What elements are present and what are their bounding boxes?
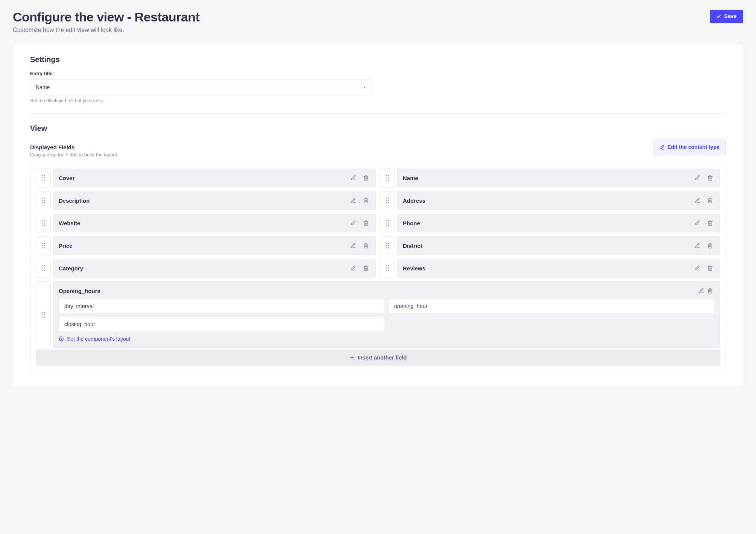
field-row: Category (36, 259, 376, 278)
svg-point-27 (44, 223, 45, 224)
svg-point-37 (44, 243, 45, 244)
page-subtitle: Customize how the edit view will look li… (13, 27, 199, 33)
svg-point-11 (388, 180, 389, 181)
field-label: Phone (403, 220, 689, 226)
check-icon (717, 14, 721, 19)
entry-title-label: Entry title (30, 71, 726, 76)
edit-field-button[interactable] (349, 241, 358, 250)
field-label: Reviews (403, 265, 689, 272)
drag-handle[interactable] (36, 168, 51, 187)
delete-field-button[interactable] (706, 218, 715, 228)
drag-handle[interactable] (36, 214, 51, 232)
svg-point-21 (388, 200, 389, 201)
edit-field-button[interactable] (693, 173, 702, 182)
drag-handle[interactable] (380, 191, 395, 210)
save-button[interactable]: Save (710, 10, 743, 23)
svg-point-19 (388, 198, 389, 199)
edit-field-button[interactable] (349, 173, 358, 182)
delete-field-button[interactable] (361, 173, 370, 182)
delete-field-button[interactable] (706, 173, 715, 182)
svg-point-24 (42, 220, 43, 221)
svg-point-31 (388, 220, 389, 221)
field-label: District (403, 243, 689, 249)
delete-field-button[interactable] (361, 196, 370, 205)
subfield[interactable]: closing_hour (59, 317, 385, 331)
save-button-label: Save (724, 13, 736, 20)
drag-handle[interactable] (380, 236, 395, 255)
drag-handle[interactable] (380, 214, 395, 232)
delete-field-button[interactable] (706, 286, 715, 295)
svg-point-14 (42, 200, 43, 201)
field-cell: Price (53, 236, 376, 255)
svg-point-50 (42, 268, 43, 269)
svg-point-39 (44, 245, 45, 246)
drag-handle[interactable] (380, 168, 395, 187)
field-label: Website (59, 220, 345, 226)
view-heading: View (30, 124, 726, 133)
subfield[interactable]: opening_hour (389, 299, 715, 313)
field-label: Price (59, 243, 345, 249)
field-row: Name (380, 168, 720, 187)
svg-point-26 (42, 223, 43, 224)
entry-title-select[interactable]: Name ▾ (30, 79, 371, 95)
drag-handle[interactable] (36, 259, 51, 278)
svg-point-10 (386, 180, 387, 181)
delete-field-button[interactable] (361, 218, 370, 228)
drag-handle[interactable] (36, 281, 51, 348)
edit-field-button[interactable] (349, 196, 358, 205)
svg-point-29 (44, 225, 45, 226)
field-row: Reviews (380, 259, 720, 278)
edit-field-button[interactable] (693, 196, 702, 205)
svg-point-8 (386, 177, 387, 179)
svg-point-47 (388, 247, 389, 249)
svg-point-6 (386, 175, 387, 176)
field-label: Description (59, 197, 345, 204)
subfield[interactable]: day_interval (59, 299, 385, 313)
svg-point-23 (388, 202, 389, 203)
svg-point-18 (386, 198, 387, 199)
svg-point-35 (388, 225, 389, 226)
field-label: Address (403, 197, 689, 204)
drag-handle[interactable] (36, 191, 51, 210)
svg-point-15 (44, 200, 45, 201)
svg-point-25 (44, 220, 45, 221)
drag-handle[interactable] (36, 236, 51, 255)
set-component-layout-link[interactable]: Set the component's layout (59, 336, 130, 342)
edit-field-button[interactable] (693, 264, 702, 273)
svg-point-9 (388, 177, 389, 179)
delete-field-button[interactable] (361, 264, 370, 273)
field-cell: District (397, 236, 720, 255)
svg-point-64 (42, 317, 43, 318)
svg-point-4 (42, 180, 43, 181)
svg-point-53 (44, 270, 45, 271)
svg-point-34 (386, 225, 387, 226)
displayed-fields-box: CoverNameDescriptionAddressWebsitePhoneP… (30, 163, 726, 371)
svg-point-49 (44, 265, 45, 267)
field-cell: Category (53, 259, 376, 278)
svg-point-17 (44, 202, 45, 203)
field-cell: Cover (53, 168, 376, 187)
svg-point-20 (386, 200, 387, 201)
edit-content-type-button[interactable]: Edit the content type (653, 140, 726, 155)
edit-field-button[interactable] (349, 264, 358, 273)
delete-field-button[interactable] (706, 264, 715, 273)
delete-field-button[interactable] (706, 241, 715, 250)
settings-heading: Settings (30, 55, 726, 64)
svg-point-44 (386, 245, 387, 246)
edit-field-button[interactable] (349, 218, 358, 228)
displayed-fields-title: Displayed Fields (30, 144, 117, 150)
svg-point-59 (388, 270, 389, 271)
insert-field-button[interactable]: Insert another field (36, 350, 720, 366)
field-row: Website (36, 214, 376, 232)
insert-field-label: Insert another field (358, 355, 407, 361)
drag-handle[interactable] (380, 259, 395, 278)
svg-point-63 (44, 314, 45, 316)
delete-field-button[interactable] (706, 196, 715, 205)
edit-field-button[interactable] (693, 218, 702, 228)
svg-point-65 (44, 317, 45, 318)
field-row: Cover (36, 168, 376, 187)
delete-field-button[interactable] (361, 241, 370, 250)
edit-field-button[interactable] (693, 241, 702, 250)
svg-point-12 (42, 198, 43, 199)
edit-field-button[interactable] (697, 286, 706, 295)
